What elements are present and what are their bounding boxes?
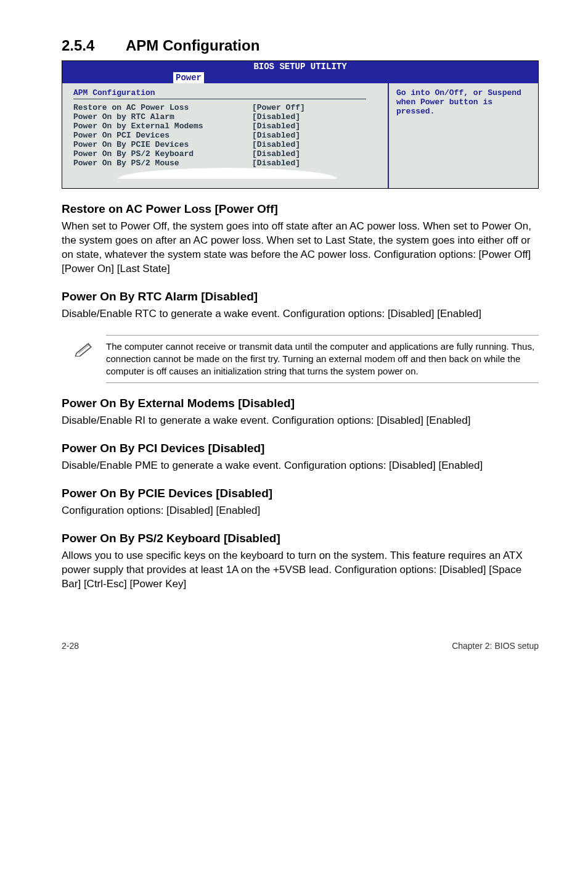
bios-row: Power On PCI Devices[Disabled] [73,131,382,140]
section-number: 2.5.4 [62,37,126,54]
item-heading: Power On By PS/2 Keyboard [Disabled] [62,532,539,545]
bios-key: Restore on AC Power Loss [73,103,252,112]
item-heading: Power On By RTC Alarm [Disabled] [62,290,539,303]
bios-key: Power On by RTC Alarm [73,112,252,122]
bios-config-title: APM Configuration [73,88,382,97]
chapter-label: Chapter 2: BIOS setup [452,641,539,651]
bios-help-pane: Go into On/Off, or Suspend when Power bu… [389,83,538,188]
bios-val: [Disabled] [252,140,300,149]
bios-val: [Disabled] [252,159,300,168]
bios-row: Power On By PCIE Devices[Disabled] [73,140,382,149]
bios-key: Power On By PS/2 Keyboard [73,149,252,159]
bios-left-pane: APM Configuration Restore on AC Power Lo… [62,83,389,188]
bios-key: Power On by External Modems [73,122,252,131]
bios-key: Power On PCI Devices [73,131,252,140]
note-text: The computer cannot receive or transmit … [106,340,539,378]
bios-utility-title: BIOS SETUP UTILITY [62,61,538,72]
bios-row: Power On By PS/2 Keyboard[Disabled] [73,149,382,159]
item-body: When set to Power Off, the system goes i… [62,220,539,276]
item-body: Configuration options: [Disabled] [Enabl… [62,504,539,518]
bios-curve [73,168,382,179]
note-rule-bottom [106,382,539,383]
bios-row: Power On by External Modems[Disabled] [73,122,382,131]
item-heading: Power On By PCI Devices [Disabled] [62,442,539,455]
item-heading: Power On By External Modems [Disabled] [62,397,539,410]
section-title: APM Configuration [126,37,259,54]
bios-val: [Disabled] [252,112,300,122]
item-body: Disable/Enable PME to generate a wake ev… [62,459,539,473]
item-body: Disable/Enable RTC to generate a wake ev… [62,307,539,321]
bios-row: Power On by RTC Alarm[Disabled] [73,112,382,122]
bios-val: [Disabled] [252,131,300,140]
bios-title-bar: BIOS SETUP UTILITY Power [62,61,538,83]
pencil-icon [62,340,106,359]
bios-key: Power On By PS/2 Mouse [73,159,252,168]
item-body: Allows you to use specific keys on the k… [62,549,539,592]
section-heading: 2.5.4APM Configuration [62,37,539,54]
bios-val: [Disabled] [252,149,300,159]
item-heading: Power On By PCIE Devices [Disabled] [62,487,539,500]
bios-screenshot: BIOS SETUP UTILITY Power APM Configurati… [62,60,539,189]
bios-row: Power On By PS/2 Mouse[Disabled] [73,159,382,168]
bios-key: Power On By PCIE Devices [73,140,252,149]
page-number: 2-28 [62,641,79,651]
note: The computer cannot receive or transmit … [62,335,539,384]
bios-val: [Disabled] [252,122,300,131]
page-footer: 2-28 Chapter 2: BIOS setup [62,641,539,651]
bios-divider [73,99,366,99]
item-body: Disable/Enable RI to generate a wake eve… [62,414,539,428]
bios-val: [Power Off] [252,103,305,112]
bios-help-text: Go into On/Off, or Suspend when Power bu… [396,88,532,116]
item-heading: Restore on AC Power Loss [Power Off] [62,202,539,216]
bios-row: Restore on AC Power Loss[Power Off] [73,103,382,112]
bios-tab-power: Power [173,72,204,83]
